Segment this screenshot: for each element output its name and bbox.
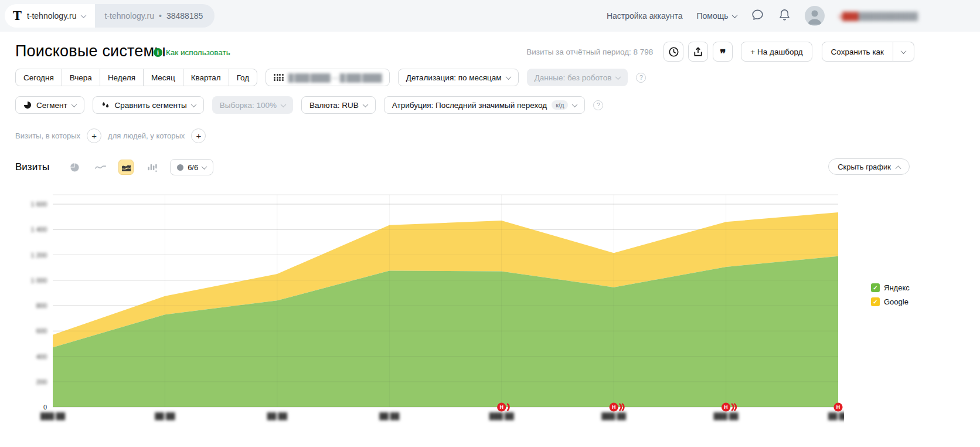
legend-item-google[interactable]: ✓ Google xyxy=(871,297,910,306)
chevron-down-icon xyxy=(81,12,87,18)
svg-text:███ ██: ███ ██ xyxy=(601,412,626,421)
data-mode-chip[interactable]: Данные: без роботов xyxy=(527,69,628,86)
chevron-up-icon xyxy=(896,165,901,171)
hide-chart-button[interactable]: Скрыть график xyxy=(828,158,910,175)
calendar-grid-icon xyxy=(274,74,284,81)
counter-separator: • xyxy=(159,11,162,21)
legend-label: Google xyxy=(884,297,908,306)
detalization-button[interactable]: Детализация: по месяцам xyxy=(398,69,519,86)
svg-text:██ ██: ██ ██ xyxy=(379,412,399,421)
svg-text:1 000: 1 000 xyxy=(30,277,47,284)
attribution-badge: к/д xyxy=(552,100,568,110)
currency-label: Валюта: RUB xyxy=(309,101,359,110)
how-to-use-label: Как использовать xyxy=(166,48,230,57)
feedback-bubble-icon[interactable] xyxy=(751,8,764,24)
info-icon: i xyxy=(154,48,162,57)
export-button[interactable] xyxy=(688,42,708,62)
help-label: Помощь xyxy=(696,11,728,21)
user-email-redacted[interactable]: s███ ███████████ xyxy=(839,12,918,21)
site-logo: T xyxy=(13,9,22,23)
chart-type-pie-button[interactable] xyxy=(67,160,82,175)
chart-type-columns-button[interactable] xyxy=(144,160,159,175)
history-clock-button[interactable] xyxy=(663,42,683,62)
email-start: s███ xyxy=(839,12,859,21)
add-to-dashboard-button[interactable]: + На дашборд xyxy=(741,42,812,62)
tab-week[interactable]: Неделя xyxy=(100,69,143,86)
svg-text:██ ██: ██ ██ xyxy=(267,412,287,421)
compare-segments-button[interactable]: Сравнить сегменты xyxy=(93,96,204,114)
svg-text:0: 0 xyxy=(43,404,47,411)
svg-text:Н: Н xyxy=(836,404,841,410)
chevron-down-icon xyxy=(190,101,196,107)
segment-button[interactable]: Сегмент xyxy=(15,96,84,114)
top-bar: T t-tehnology.ru t-tehnology.ru • 384881… xyxy=(0,0,980,32)
counter-id: 38488185 xyxy=(166,11,203,21)
date-range-redacted: █ ███ ████ — █ ███ ████ xyxy=(288,73,382,82)
notifications-bell-icon[interactable] xyxy=(778,8,791,24)
counter-selector[interactable]: T t-tehnology.ru t-tehnology.ru • 384881… xyxy=(5,4,215,28)
chart-type-stacked-area-button[interactable] xyxy=(118,160,134,175)
date-range-button[interactable]: █ ███ ████ — █ ███ ████ xyxy=(266,69,390,86)
svg-text:600: 600 xyxy=(36,327,47,334)
svg-text:400: 400 xyxy=(36,353,47,360)
svg-text:███ ██: ███ ██ xyxy=(714,412,739,421)
svg-text:1 200: 1 200 xyxy=(30,252,47,259)
user-avatar[interactable] xyxy=(805,6,825,26)
checkbox-checked-icon[interactable]: ✓ xyxy=(871,297,880,306)
currency-button[interactable]: Валюта: RUB xyxy=(301,96,376,114)
svg-text:1 600: 1 600 xyxy=(30,201,47,208)
sampling-chip[interactable]: Выборка: 100% xyxy=(212,96,293,114)
svg-text:200: 200 xyxy=(36,378,47,385)
page-title: Поисковые системы xyxy=(15,42,166,60)
site-name: t-tehnology.ru xyxy=(27,11,77,21)
svg-text:800: 800 xyxy=(36,302,47,309)
svg-text:██ ██: ██ ██ xyxy=(828,412,844,421)
save-as-dropdown-button[interactable] xyxy=(893,42,914,62)
account-settings-link[interactable]: Настройка аккаунта xyxy=(607,11,683,21)
chevron-down-icon xyxy=(901,48,907,54)
tab-month[interactable]: Месяц xyxy=(143,69,183,86)
help-menu[interactable]: Помощь xyxy=(696,11,736,21)
legend-item-yandex[interactable]: ✓ Яндекс xyxy=(871,283,910,292)
svg-text:██ ██: ██ ██ xyxy=(155,412,175,421)
email-rest: ███████████ xyxy=(859,12,918,21)
visits-stacked-area-chart[interactable]: 02004006008001 0001 2001 4001 600███ ███… xyxy=(23,191,844,428)
detalization-label: Детализация: по месяцам xyxy=(406,73,502,82)
series-count-selector[interactable]: 6/6 xyxy=(170,159,213,175)
legend-label: Яндекс xyxy=(884,283,910,292)
tab-yesterday[interactable]: Вчера xyxy=(62,69,100,86)
tab-quarter[interactable]: Квартал xyxy=(183,69,229,86)
svg-text:Н: Н xyxy=(612,404,616,410)
compare-segments-label: Сравнить сегменты xyxy=(115,101,187,110)
svg-text:1 400: 1 400 xyxy=(30,226,47,233)
for-people-label: для людей, у которых xyxy=(108,131,185,140)
save-as-label: Сохранить как xyxy=(831,48,884,56)
save-as-button[interactable]: Сохранить как xyxy=(822,42,893,62)
chevron-down-icon xyxy=(362,101,368,107)
svg-text:███ ██: ███ ██ xyxy=(40,412,65,421)
series-dot-icon xyxy=(177,164,183,171)
help-question-icon[interactable]: ? xyxy=(636,73,646,83)
chart-type-line-button[interactable] xyxy=(93,160,108,175)
tab-year[interactable]: Год xyxy=(229,69,257,86)
chevron-down-icon xyxy=(731,12,737,18)
counter-chip[interactable]: t-tehnology.ru • 38488185 xyxy=(95,4,215,28)
data-mode-label: Данные: без роботов xyxy=(535,73,612,82)
checkbox-checked-icon[interactable]: ✓ xyxy=(871,283,880,292)
chevron-down-icon xyxy=(615,74,621,80)
svg-text:Н: Н xyxy=(724,404,728,410)
chart-legend: ✓ Яндекс ✓ Google xyxy=(871,283,910,306)
help-question-icon[interactable]: ? xyxy=(593,100,603,110)
add-visit-condition-button[interactable]: + xyxy=(87,128,101,143)
svg-text:███ ██: ███ ██ xyxy=(489,412,514,421)
site-selector[interactable]: T t-tehnology.ru xyxy=(5,4,95,28)
add-people-condition-button[interactable]: + xyxy=(191,128,206,143)
chart-metric-title: Визиты xyxy=(15,161,49,173)
how-to-use-link[interactable]: i Как использовать xyxy=(154,48,230,57)
visits-period-summary: Визиты за отчётный период: 8 798 xyxy=(526,48,653,56)
tab-today[interactable]: Сегодня xyxy=(16,69,62,86)
attribution-button[interactable]: Атрибуция: Последний значимый переход к/… xyxy=(384,96,586,114)
attribution-label: Атрибуция: Последний значимый переход xyxy=(392,101,547,110)
chevron-down-icon xyxy=(505,74,511,80)
quotes-button[interactable]: ❞ xyxy=(713,42,733,62)
